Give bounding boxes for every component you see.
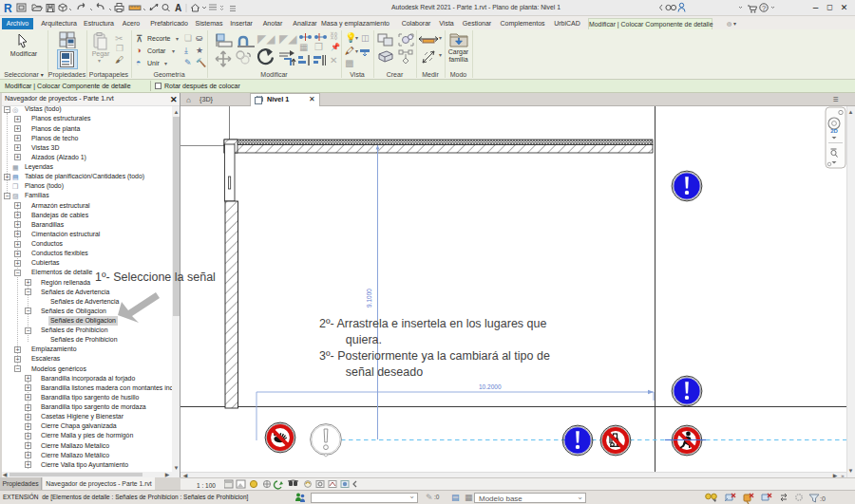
svg-text:2D: 2D <box>830 128 838 134</box>
svg-text:?: ? <box>762 4 766 12</box>
svg-text:A: A <box>175 3 181 13</box>
svg-text:10.2000: 10.2000 <box>479 383 502 390</box>
svg-text::0: :0 <box>820 495 826 502</box>
svg-text:9.1000: 9.1000 <box>366 289 372 308</box>
svg-text:R: R <box>4 2 12 15</box>
